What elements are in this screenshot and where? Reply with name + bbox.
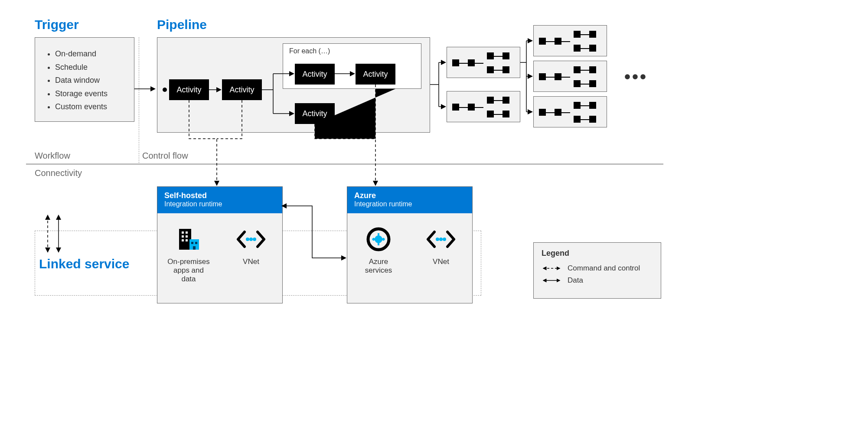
svg-rect-4 — [186, 235, 188, 238]
mini-pipeline — [533, 96, 607, 127]
more-dots-icon: ••• — [624, 67, 648, 87]
ir-item: VNet — [418, 226, 463, 275]
ir-subtitle: Integration runtime — [164, 200, 275, 208]
ir-item-label: Azure services — [356, 257, 401, 275]
legend-title: Legend — [542, 249, 653, 258]
divider-line — [26, 164, 663, 164]
svg-point-24 — [436, 238, 439, 241]
vnet-icon — [228, 226, 274, 252]
ir-selfhosted-card: Self-hosted Integration runtime On-premi… — [157, 186, 283, 303]
activity-box: Activity — [295, 103, 335, 124]
svg-rect-3 — [182, 235, 184, 238]
trigger-item: Schedule — [55, 61, 122, 74]
mini-pipeline — [447, 47, 520, 78]
trigger-box: On-demand Schedule Data window Storage e… — [35, 37, 134, 122]
label-workflow: Workflow — [35, 151, 70, 161]
trigger-item: Custom events — [55, 100, 122, 114]
heading-pipeline: Pipeline — [157, 17, 207, 32]
svg-rect-22 — [382, 238, 385, 241]
legend-cmd-icon — [542, 265, 561, 271]
mini-pipeline — [533, 61, 607, 92]
svg-rect-5 — [182, 239, 184, 241]
ir-item: VNet — [228, 226, 274, 283]
activity-box: Activity — [356, 64, 395, 85]
ir-azure-card: Azure Integration runtime — [347, 186, 473, 303]
svg-point-26 — [443, 238, 446, 241]
legend-data-icon — [542, 277, 561, 283]
svg-rect-10 — [193, 246, 196, 250]
legend-box: Legend Command and control Data — [533, 242, 661, 299]
legend-data-label: Data — [568, 276, 583, 285]
activity-box: Activity — [169, 79, 209, 100]
ir-header: Self-hosted Integration runtime — [157, 187, 282, 213]
legend-row: Command and control — [542, 264, 653, 273]
activity-box: Activity — [222, 79, 262, 100]
ir-subtitle: Integration runtime — [354, 200, 465, 208]
svg-rect-6 — [186, 239, 188, 241]
trigger-item: On-demand — [55, 47, 122, 61]
ir-item: Azure services — [356, 226, 401, 275]
svg-rect-16 — [378, 233, 379, 236]
vnet-icon — [418, 226, 463, 252]
ir-item-label: VNet — [418, 257, 463, 266]
trigger-item: Storage events — [55, 87, 122, 101]
vertical-divider — [139, 37, 139, 163]
trigger-list: On-demand Schedule Data window Storage e… — [55, 47, 122, 114]
svg-point-15 — [375, 235, 382, 243]
svg-rect-9 — [195, 242, 197, 244]
legend-cmd-label: Command and control — [568, 264, 640, 273]
svg-rect-8 — [191, 242, 193, 244]
svg-rect-0 — [179, 229, 191, 250]
mini-pipeline — [447, 91, 520, 122]
ir-title: Azure — [354, 191, 465, 200]
ir-item: On-premises apps and data — [166, 226, 211, 283]
heading-trigger: Trigger — [35, 17, 79, 32]
svg-point-13 — [253, 238, 256, 241]
legend-row: Data — [542, 276, 653, 285]
svg-point-12 — [249, 238, 253, 241]
onprem-icon — [166, 226, 211, 252]
ir-item-label: On-premises apps and data — [166, 257, 211, 283]
ir-header: Azure Integration runtime — [347, 187, 472, 213]
svg-point-25 — [439, 238, 443, 241]
svg-point-11 — [246, 238, 249, 241]
ir-title: Self-hosted — [164, 191, 275, 200]
svg-rect-17 — [378, 243, 379, 245]
ir-item-label: VNet — [228, 257, 274, 266]
activity-box: Activity — [295, 64, 335, 85]
azure-services-icon — [356, 226, 401, 252]
heading-linked-service: Linked service — [39, 257, 129, 271]
trigger-item: Data window — [55, 74, 122, 87]
mini-pipeline — [533, 25, 607, 56]
svg-rect-23 — [372, 238, 375, 241]
svg-rect-1 — [182, 231, 184, 234]
label-connectivity: Connectivity — [35, 168, 82, 178]
foreach-label: For each (…) — [289, 47, 330, 55]
label-controlflow: Control flow — [142, 151, 188, 161]
svg-rect-2 — [186, 231, 188, 234]
